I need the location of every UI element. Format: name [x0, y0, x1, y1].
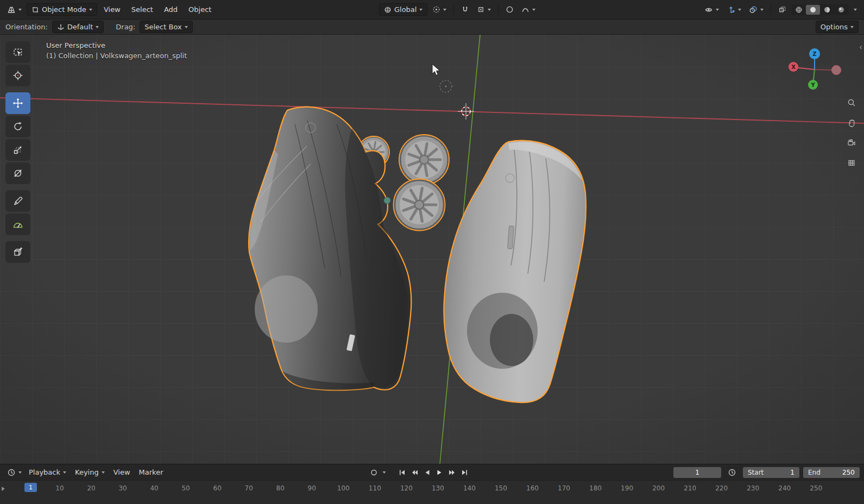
add-cube-tool[interactable]	[5, 241, 30, 263]
tool-settings-bar: Orientation: Default Drag: Select Box Op…	[0, 20, 864, 35]
playback-transport	[368, 468, 470, 477]
visibility-dropdown[interactable]	[702, 4, 722, 16]
chevron-down-icon	[185, 26, 188, 28]
current-frame-indicator[interactable]: 1	[24, 483, 37, 492]
ruler-tick: 160	[516, 484, 548, 492]
ruler-tick: 170	[548, 484, 580, 492]
shading-dropdown[interactable]	[851, 7, 860, 12]
timeline-editor-type-button[interactable]	[4, 467, 24, 478]
select-box-tool[interactable]	[5, 41, 30, 63]
auto-keying-toggle[interactable]	[368, 468, 379, 477]
timeline-expand-arrow[interactable]	[2, 487, 5, 491]
orientation-dropdown[interactable]: Default	[52, 21, 104, 33]
overlays-dropdown[interactable]	[746, 4, 766, 16]
camera-view-button[interactable]	[844, 136, 859, 150]
transform-tool[interactable]	[5, 162, 30, 184]
snap-target-dropdown[interactable]	[474, 4, 494, 15]
editor-type-button[interactable]	[4, 4, 24, 16]
zoom-icon	[847, 98, 856, 107]
menu-add[interactable]: Add	[160, 3, 182, 16]
gizmo-minus-x-ball[interactable]	[832, 66, 841, 75]
pan-button[interactable]	[844, 116, 859, 130]
proportional-falloff-dropdown[interactable]	[519, 4, 538, 15]
jump-to-end-button[interactable]	[459, 468, 470, 477]
axes-icon	[57, 23, 65, 31]
scene-svg: Z X Y	[0, 35, 864, 464]
menu-object[interactable]: Object	[184, 3, 216, 16]
keying-popover-chevron[interactable]	[381, 470, 387, 475]
ruler-tick: 100	[327, 484, 359, 492]
next-keyframe-button[interactable]	[446, 468, 457, 477]
frame-start-field[interactable]: Start 1	[743, 467, 799, 478]
current-frame-field[interactable]: 1	[673, 467, 721, 478]
end-label: End	[808, 469, 821, 476]
chevron-down-icon	[760, 9, 764, 11]
wheel-object-lower[interactable]	[394, 179, 445, 231]
shading-wireframe-button[interactable]	[792, 5, 806, 15]
wireframe-sphere-icon	[795, 6, 803, 14]
orthographic-toggle-button[interactable]	[844, 156, 859, 170]
zoom-button[interactable]	[844, 96, 859, 110]
playback-menu-label: Playback	[29, 468, 60, 476]
cursor-tool[interactable]	[5, 65, 30, 86]
header-menus: View Select Add Object	[99, 3, 216, 16]
falloff-curve-icon	[521, 5, 529, 14]
drag-dropdown[interactable]: Select Box	[140, 21, 192, 33]
frame-end-field[interactable]: End 250	[803, 467, 860, 478]
ruler-tick: 230	[737, 484, 769, 492]
drag-label: Drag:	[116, 23, 135, 31]
options-label: Options	[821, 23, 848, 31]
divider	[453, 5, 454, 14]
chevron-down-icon	[18, 471, 22, 474]
play-button[interactable]	[434, 468, 445, 477]
magnet-icon	[461, 5, 469, 14]
rotate-tool[interactable]	[5, 116, 30, 137]
gizmo-z-label: Z	[812, 51, 816, 57]
gizmos-dropdown[interactable]	[724, 4, 744, 16]
ruler-tick: 10	[44, 484, 75, 492]
orientation-value: Default	[67, 23, 93, 31]
menu-select[interactable]: Select	[127, 3, 157, 16]
sidebar-collapse-chevron[interactable]: ‹	[858, 42, 863, 53]
scale-icon	[12, 144, 23, 155]
timeline-menu-view[interactable]: View	[109, 466, 135, 478]
move-tool[interactable]	[5, 92, 30, 114]
small-sphere-object[interactable]	[384, 197, 390, 204]
viewport-3d[interactable]: Z X Y User Perspective (1) Collection | …	[0, 35, 864, 464]
proportional-editing-toggle[interactable]	[503, 4, 516, 15]
frame-fields-group: 1 Start 1 End 250	[673, 467, 860, 478]
divider	[771, 5, 771, 14]
mode-label: Object Mode	[42, 5, 86, 14]
measure-tool[interactable]	[5, 213, 30, 235]
add-cube-icon	[12, 247, 23, 257]
playback-menu[interactable]: Playback	[24, 466, 71, 478]
mode-dropdown[interactable]: Object Mode	[27, 3, 97, 16]
eye-icon	[704, 5, 713, 14]
menu-view[interactable]: View	[99, 3, 125, 16]
keying-menu[interactable]: Keying	[71, 466, 109, 478]
chevron-down-icon	[63, 471, 66, 474]
timeline-menu-marker[interactable]: Marker	[135, 466, 168, 478]
shading-solid-button[interactable]	[806, 5, 820, 15]
timeline-ruler[interactable]: 1 10 20 30 40 50 60 70 80 90 100	[0, 480, 864, 504]
end-value: 250	[842, 469, 855, 476]
shading-material-button[interactable]	[820, 5, 834, 15]
options-dropdown[interactable]: Options	[816, 21, 859, 33]
snap-toggle[interactable]	[458, 4, 472, 15]
annotate-tool[interactable]	[5, 190, 30, 212]
transform-orientation-dropdown[interactable]: Global	[379, 3, 427, 16]
preview-range-button[interactable]	[725, 467, 739, 478]
gizmos-icon	[727, 5, 735, 14]
chevron-down-icon	[854, 9, 857, 11]
move-icon	[12, 98, 23, 109]
jump-to-start-button[interactable]	[396, 468, 407, 477]
previous-keyframe-button[interactable]	[409, 468, 420, 477]
scale-tool[interactable]	[5, 139, 30, 161]
play-reverse-button[interactable]	[421, 468, 432, 477]
wheel-object-upper[interactable]	[399, 135, 449, 185]
shading-rendered-button[interactable]	[834, 5, 848, 15]
next-keyframe-icon	[448, 469, 456, 476]
xray-toggle[interactable]	[775, 4, 789, 15]
pivot-point-dropdown[interactable]	[430, 4, 449, 15]
ruler-tick: 240	[769, 484, 800, 492]
